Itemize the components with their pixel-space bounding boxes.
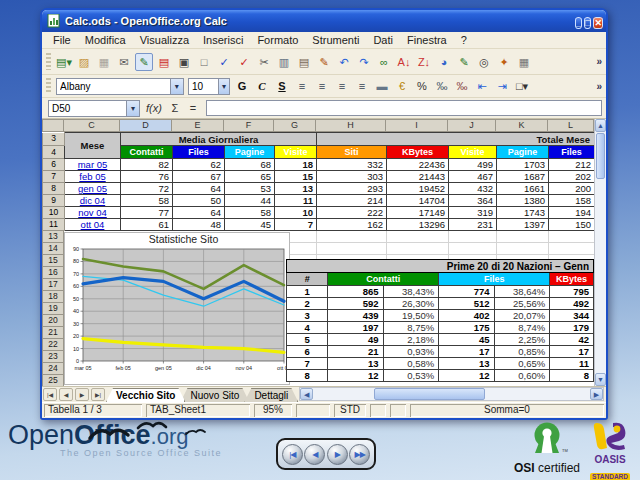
fast-forward-button[interactable]: ▶▶ — [349, 444, 370, 465]
value-cell[interactable]: 179 — [550, 322, 594, 334]
rank-cell[interactable]: 3 — [287, 310, 328, 322]
spellcheck-icon[interactable]: ✓ — [215, 53, 233, 71]
value-cell[interactable]: 44 — [225, 195, 275, 207]
value-cell[interactable]: 50 — [173, 195, 225, 207]
undo-icon[interactable]: ↶ — [335, 53, 353, 71]
redo-icon[interactable]: ↷ — [355, 53, 373, 71]
rank-cell[interactable]: 4 — [287, 322, 328, 334]
rank-cell[interactable]: 5 — [287, 334, 328, 346]
sort-descending-icon[interactable]: Z↓ — [415, 53, 433, 71]
value-cell[interactable]: 467 — [449, 171, 497, 183]
value-cell[interactable]: 62 — [173, 159, 225, 171]
percent-cell[interactable]: 0,85% — [494, 346, 550, 358]
increase-indent-icon[interactable]: ⇥ — [493, 77, 511, 95]
percent-cell[interactable]: 8,75% — [383, 322, 439, 334]
menu-item[interactable]: Dati — [366, 33, 400, 47]
percent-cell[interactable]: 2,18% — [383, 334, 439, 346]
value-cell[interactable]: 21443 — [387, 171, 449, 183]
value-cell[interactable]: 795 — [550, 286, 594, 298]
value-cell[interactable]: 82 — [121, 159, 173, 171]
last-sheet-button[interactable]: ▶| — [91, 388, 105, 401]
select-all-corner[interactable] — [42, 119, 64, 132]
title-bar[interactable]: Calc.ods - OpenOffice.org Calc _□✕ — [42, 10, 606, 32]
font-name-dropdown-icon[interactable]: ▾ — [170, 79, 183, 94]
value-cell[interactable]: 293 — [317, 183, 387, 195]
gallery-icon[interactable]: ▦ — [515, 53, 533, 71]
copy-icon[interactable]: ▥ — [275, 53, 293, 71]
value-cell[interactable]: 45 — [225, 219, 275, 231]
value-cell[interactable]: 1703 — [497, 159, 549, 171]
value-cell[interactable]: 319 — [449, 207, 497, 219]
merge-cells-icon[interactable]: ▬ — [373, 77, 391, 95]
font-name-box[interactable]: ▾ — [56, 78, 184, 95]
toolbar-grip[interactable] — [46, 78, 51, 93]
value-cell[interactable]: 865 — [328, 286, 383, 298]
column-header[interactable]: H — [316, 119, 386, 132]
scroll-left-button[interactable]: ◀ — [300, 388, 313, 400]
row-header[interactable]: 21 — [42, 327, 64, 339]
value-cell[interactable]: 197 — [328, 322, 383, 334]
value-cell[interactable]: 344 — [550, 310, 594, 322]
zoom-status[interactable]: 95% — [254, 404, 292, 417]
value-cell[interactable]: 439 — [328, 310, 383, 322]
row-header[interactable]: 24 — [42, 363, 64, 375]
percent-cell[interactable]: 38,64% — [494, 286, 550, 298]
email-icon[interactable]: ✉ — [115, 53, 133, 71]
percent-cell[interactable]: 25,56% — [494, 298, 550, 310]
row-header[interactable]: 19 — [42, 303, 64, 315]
percent-cell[interactable]: 8,74% — [494, 322, 550, 334]
value-cell[interactable]: 592 — [328, 298, 383, 310]
scroll-up-button[interactable]: ▲ — [595, 119, 606, 132]
row-header[interactable]: 25 — [42, 375, 64, 386]
value-cell[interactable]: 48 — [173, 219, 225, 231]
delete-decimal-icon[interactable]: ‰ — [453, 77, 471, 95]
value-cell[interactable]: 58 — [121, 195, 173, 207]
header-cell[interactable]: Visite — [449, 146, 497, 159]
header-cell[interactable]: KBytes — [387, 146, 449, 159]
header-cell[interactable]: Pagine — [225, 146, 275, 159]
row-header[interactable]: 14 — [42, 243, 64, 255]
row-header[interactable]: 17 — [42, 279, 64, 291]
close-button[interactable]: ✕ — [593, 17, 603, 29]
rank-cell[interactable]: 2 — [287, 298, 328, 310]
value-cell[interactable]: 53 — [225, 183, 275, 195]
toolbar-grip[interactable] — [46, 53, 51, 71]
currency-format-icon[interactable]: € — [393, 77, 411, 95]
autospellcheck-icon[interactable]: ✓ — [235, 53, 253, 71]
header-cell-totale-mese[interactable]: Totale Mese — [317, 133, 594, 146]
add-decimal-icon[interactable]: ‰ — [433, 77, 451, 95]
column-header[interactable]: K — [496, 119, 548, 132]
scroll-down-button[interactable]: ▼ — [595, 373, 606, 386]
value-cell[interactable]: 202 — [549, 171, 594, 183]
value-cell[interactable]: 1397 — [497, 219, 549, 231]
toolbar-overflow-chevron[interactable]: » — [592, 81, 606, 92]
value-cell[interactable]: 77 — [121, 207, 173, 219]
row-header[interactable]: 6 — [43, 159, 65, 171]
minimize-button[interactable]: _ — [575, 17, 582, 29]
insert-mode-status[interactable] — [296, 404, 330, 417]
value-cell[interactable]: 61 — [121, 219, 173, 231]
hyperlink-icon[interactable]: ∞ — [375, 53, 393, 71]
month-link-cell[interactable]: gen 05 — [65, 183, 121, 195]
edit-file-icon[interactable]: ✎ — [135, 53, 153, 71]
value-cell[interactable]: 76 — [121, 171, 173, 183]
value-cell[interactable]: 17 — [439, 346, 494, 358]
align-justify-icon[interactable]: ≡ — [353, 77, 371, 95]
maximize-button[interactable]: □ — [584, 17, 591, 29]
sort-ascending-icon[interactable]: A↓ — [395, 53, 413, 71]
percent-cell[interactable]: 38,43% — [383, 286, 439, 298]
value-cell[interactable]: 1687 — [497, 171, 549, 183]
header-cell[interactable]: Files — [549, 146, 594, 159]
column-header[interactable]: C — [64, 119, 120, 132]
value-cell[interactable]: 150 — [549, 219, 594, 231]
header-cell[interactable]: Pagine — [497, 146, 549, 159]
vertical-scroll-track[interactable] — [595, 180, 606, 373]
column-header[interactable]: I — [386, 119, 448, 132]
decrease-indent-icon[interactable]: ⇤ — [473, 77, 491, 95]
row-header[interactable]: 11 — [43, 219, 65, 231]
month-link-cell[interactable]: mar 05 — [65, 159, 121, 171]
pdf-export-icon[interactable]: ▤ — [155, 53, 173, 71]
rank-cell[interactable]: 7 — [287, 358, 328, 370]
menu-item[interactable]: Strumenti — [305, 33, 366, 47]
value-cell[interactable]: 11 — [550, 358, 594, 370]
